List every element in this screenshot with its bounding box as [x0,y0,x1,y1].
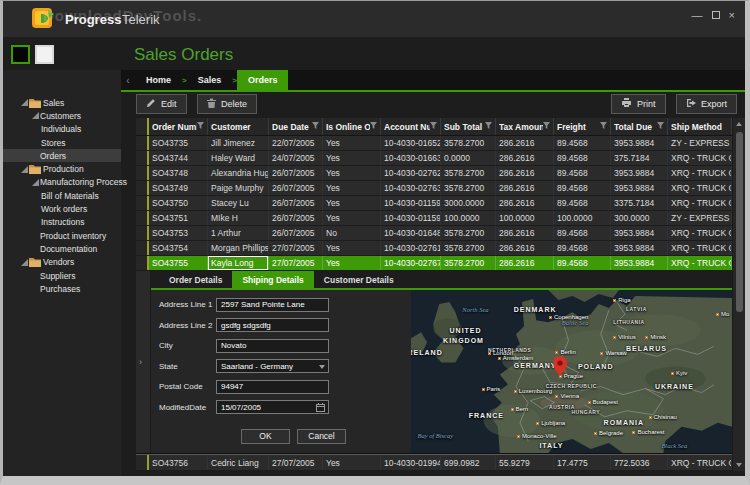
scroll-up-arrow-icon[interactable] [733,118,745,130]
shipping-map[interactable]: North SeaDENMARKCopenhagenBaltic SeaUNIT… [411,290,732,453]
sidebar-item-instructions[interactable]: Instructions [3,216,121,229]
grid-cell[interactable]: 89.4568 [554,256,611,270]
grid-cell[interactable]: SO43756 [149,455,208,470]
grid-cell[interactable]: 55.9279 [496,455,554,470]
ok-button[interactable]: OK [241,429,290,444]
grid-cell[interactable]: 3578.2700 [441,226,496,240]
city-field[interactable]: Novato [216,339,329,353]
breadcrumb-item-orders[interactable]: Orders [237,70,289,90]
grid-cell[interactable]: 10-4030-027670 [381,256,441,270]
grid-cell[interactable]: 100.0000 [496,211,554,225]
sidebar-item-orders[interactable]: Orders [3,149,121,162]
grid-cell[interactable]: 300.0000 [611,211,668,225]
filter-funnel-icon[interactable] [600,122,607,132]
grid-cell[interactable]: 3953.9884 [611,256,668,270]
address-line-2-field[interactable]: gsdfg sdgsdfg [216,318,329,332]
grid-cell[interactable]: No [323,226,381,240]
grid-cell[interactable]: 26/07/2005 [269,211,323,225]
grid-cell[interactable]: Yes [323,455,381,470]
grid-cell[interactable]: 89.4568 [554,151,611,165]
print-button[interactable]: Print [611,94,666,114]
grid-cell[interactable]: 375.7184 [611,151,668,165]
theme-swatch-light[interactable] [35,45,54,64]
sidebar-item-work-orders[interactable]: Work orders [3,202,121,215]
grid-cell[interactable]: 3578.2700 [441,241,496,255]
maximize-button[interactable] [712,11,720,19]
sidebar-item-stores[interactable]: Stores [3,136,121,149]
grid-cell[interactable]: 286.2616 [496,166,554,180]
grid-cell[interactable]: 26/07/2005 [269,166,323,180]
sidebar-item-bill-of-materials[interactable]: Bill of Materials [3,189,121,202]
calendar-icon[interactable] [316,403,325,414]
sidebar-item-production[interactable]: Production [3,162,121,175]
grid-cell[interactable]: 10-4030-019941 [381,455,441,470]
grid-cell[interactable]: SO43750 [149,196,208,210]
sidebar-item-customers[interactable]: Customers [3,109,121,122]
detail-collapse-handle[interactable]: › [139,357,142,367]
grid-cell[interactable]: 10-4030-016482 [381,226,441,240]
grid-cell[interactable]: 3375.7184 [611,196,668,210]
table-row-so43749[interactable]: SO43749Paige Murphy26/07/2005Yes10-4030-… [136,181,732,196]
column-header-order-numb[interactable]: Order Numb [149,118,208,135]
grid-cell[interactable]: Jill Jimenez [208,136,269,150]
filter-funnel-icon[interactable] [312,122,319,132]
filter-funnel-icon[interactable] [197,122,204,132]
grid-cell[interactable]: 3953.9884 [611,136,668,150]
grid-cell[interactable]: XRQ - TRUCK GROUND [668,256,732,270]
table-row-so43735[interactable]: SO43735Jill Jimenez22/07/2005Yes10-4030-… [136,136,732,151]
grid-cell[interactable]: SO43735 [149,136,208,150]
column-header-due-date[interactable]: Due Date [269,118,323,135]
postal-code-field[interactable]: 94947 [216,380,329,394]
grid-cell[interactable]: 3578.2700 [441,136,496,150]
grid-cell[interactable]: 10-4030-0276361 [381,181,441,195]
grid-cell[interactable]: Yes [323,196,381,210]
grid-cell[interactable]: Cedric Liang [208,455,269,470]
tree-expander-icon[interactable] [19,99,29,106]
grid-cell[interactable]: Alexandria Hughes [208,166,269,180]
grid-cell[interactable]: SO43748 [149,166,208,180]
table-row-so43748[interactable]: SO43748Alexandria Hughes26/07/2005Yes10-… [136,166,732,181]
grid-cell[interactable]: XRQ - TRUCK GROUND [668,455,732,470]
sidebar-item-sales[interactable]: Sales [3,96,121,109]
sidebar-item-product-inventory[interactable]: Product inventory [3,229,121,242]
grid-cell[interactable]: Yes [323,211,381,225]
table-row-so43744[interactable]: SO43744Haley Ward24/07/2005Yes10-4030-01… [136,151,732,166]
grid-cell[interactable]: 27/07/2005 [269,455,323,470]
column-header-is-online-ord[interactable]: Is Online Ord [323,118,381,135]
grid-cell[interactable]: 10-4030-011592 [381,211,441,225]
grid-cell[interactable]: 27/07/2005 [269,241,323,255]
sidebar-item-vendors[interactable]: Vendors [3,256,121,269]
breadcrumb-item-sales[interactable]: Sales [187,70,233,90]
grid-cell[interactable]: 89.4568 [554,196,611,210]
grid-cell[interactable]: 26/07/2005 [269,181,323,195]
tab-order-details[interactable]: Order Details [159,271,232,288]
grid-cell[interactable]: 286.2616 [496,226,554,240]
dropdown-caret-icon[interactable] [319,365,325,369]
filter-funnel-icon[interactable] [370,122,377,132]
table-row-so43754[interactable]: SO43754Morgan Phillips27/07/2005Yes10-40… [136,241,732,256]
grid-cell[interactable]: 100.0000 [441,211,496,225]
grid-cell[interactable]: 286.2616 [496,151,554,165]
grid-cell[interactable]: XRQ - TRUCK GROUND [668,226,732,240]
grid-cell[interactable]: 26/07/2005 [269,196,323,210]
grid-vertical-scrollbar[interactable] [732,118,745,471]
grid-cell[interactable]: XRQ - TRUCK GROUND [668,166,732,180]
grid-cell[interactable]: 89.4568 [554,181,611,195]
grid-cell[interactable]: Yes [323,151,381,165]
grid-cell[interactable]: 89.4568 [554,241,611,255]
breadcrumb-back-icon[interactable]: ‹ [121,70,135,90]
theme-swatch-dark[interactable] [11,45,30,64]
grid-cell[interactable]: 89.4568 [554,226,611,240]
sidebar-item-individuals[interactable]: Individuals [3,123,121,136]
grid-cell[interactable]: Yes [323,166,381,180]
pinned-row[interactable]: SO43756Cedric Liang27/07/2005Yes10-4030-… [136,454,732,471]
grid-cell[interactable]: XRQ - TRUCK GROUND [668,151,732,165]
grid-cell[interactable]: 286.2616 [496,181,554,195]
grid-cell[interactable]: 100.0000 [554,211,611,225]
close-button[interactable]: × [729,10,735,20]
tab-customer-details[interactable]: Customer Details [314,271,404,288]
grid-cell[interactable]: 772.5036 [611,455,668,470]
column-header-ship-method[interactable]: Ship Method [668,118,732,135]
grid-cell[interactable]: Yes [323,256,381,270]
edit-button[interactable]: Edit [136,94,187,114]
